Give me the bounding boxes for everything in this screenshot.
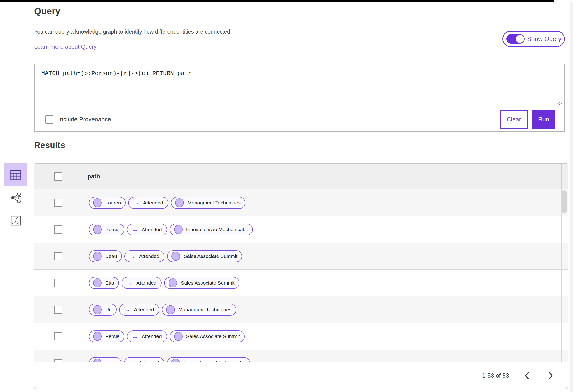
edge-pill[interactable]: → Attended <box>127 330 167 342</box>
source-node-pill[interactable]: Beau <box>89 250 122 262</box>
chart-view-button[interactable] <box>4 209 27 232</box>
page-top-border <box>0 0 554 2</box>
path-column-header: path <box>87 173 100 180</box>
page-description: You can query a knowledge graph to ident… <box>34 29 232 35</box>
edge-label: Attended <box>134 307 154 313</box>
query-input[interactable]: MATCH path=(p:Person)-[r]->(e) RETURN pa… <box>35 64 564 107</box>
edge-label: Attended <box>139 253 159 259</box>
row-checkbox[interactable] <box>54 306 62 314</box>
node-icon <box>93 278 102 288</box>
edge-label: Attended <box>139 360 159 362</box>
node-icon <box>175 198 184 207</box>
node-icon <box>93 358 102 362</box>
table-scrollbar-thumb[interactable] <box>562 190 567 213</box>
table-row: Larry → Attended Innovations in Mechanic… <box>34 350 568 362</box>
table-row: Beau → Attended Sales Associate Summit <box>34 243 568 270</box>
arrow-right-icon: → <box>132 227 138 232</box>
target-node-pill[interactable]: Innovations in Mechanical... <box>167 357 250 362</box>
target-node-pill[interactable]: Sales Associate Summit <box>167 250 242 262</box>
source-node-pill[interactable]: Persie <box>89 330 125 342</box>
source-node-pill[interactable]: Larry <box>89 357 122 362</box>
target-node-label: Innovations in Mechanical... <box>186 227 248 232</box>
table-row: Persie → Attended Sales Associate Summit <box>34 323 568 350</box>
pagination-bar: 1-53 of 53 <box>34 362 568 389</box>
target-node-pill[interactable]: Sales Associate Summit <box>164 277 239 289</box>
learn-more-link[interactable]: Learn more about Query <box>34 43 96 50</box>
row-checkbox[interactable] <box>54 359 62 362</box>
scrollbar-cell <box>561 296 568 323</box>
table-icon <box>10 170 21 180</box>
source-node-pill[interactable]: Etta <box>89 277 119 289</box>
source-node-label: Beau <box>105 253 117 259</box>
table-row: Etta → Attended Sales Associate Summit <box>34 270 568 296</box>
toggle-knob <box>516 35 524 43</box>
table-body: Lauren → Attended Managment Techniques P… <box>34 189 568 362</box>
edge-label: Attended <box>143 200 163 206</box>
row-checkbox[interactable] <box>54 199 62 207</box>
source-node-pill[interactable]: Lauren <box>89 197 125 209</box>
row-checkbox[interactable] <box>54 332 62 341</box>
target-node-pill[interactable]: Innovations in Mechanical... <box>170 223 253 236</box>
table-view-button[interactable] <box>4 163 27 186</box>
target-node-pill[interactable]: Managment Techniques <box>171 197 245 209</box>
chevron-left-icon <box>524 372 529 380</box>
edge-pill[interactable]: → Attended <box>125 250 164 262</box>
row-checkbox[interactable] <box>54 252 62 260</box>
show-query-label: Show Query <box>527 35 561 43</box>
scrollbar-header-cell <box>561 164 568 189</box>
table-row: Uri → Attended Managment Techniques <box>34 296 568 323</box>
source-node-pill[interactable]: Uri <box>89 304 117 316</box>
target-node-pill[interactable]: Managment Techniques <box>162 304 236 316</box>
include-provenance-label: Include Provenance <box>58 116 111 123</box>
select-all-checkbox[interactable] <box>54 172 62 181</box>
node-icon <box>93 252 102 261</box>
results-title: Results <box>34 140 65 150</box>
query-panel-footer: Include Provenance Clear Run <box>35 107 564 132</box>
target-node-label: Managment Techniques <box>187 200 241 206</box>
node-icon <box>169 278 177 288</box>
window-scrollbar[interactable] <box>570 2 573 392</box>
run-button[interactable]: Run <box>532 110 555 129</box>
arrow-right-icon: → <box>125 307 130 313</box>
row-checkbox[interactable] <box>54 225 62 234</box>
node-icon <box>93 305 102 314</box>
node-icon <box>166 305 175 314</box>
previous-page-button[interactable] <box>520 369 534 383</box>
source-node-label: Persie <box>105 227 120 232</box>
source-node-pill[interactable]: Persie <box>89 223 125 236</box>
next-page-button[interactable] <box>544 369 558 383</box>
clear-button[interactable]: Clear <box>500 110 528 129</box>
graph-view-button[interactable] <box>4 186 27 209</box>
edge-pill[interactable]: → Attended <box>122 277 162 289</box>
toggle-on-icon <box>506 34 524 44</box>
query-panel: MATCH path=(p:Person)-[r]->(e) RETURN pa… <box>34 64 565 132</box>
node-icon <box>93 332 102 341</box>
arrow-right-icon: → <box>129 360 135 362</box>
source-node-label: Uri <box>105 307 112 313</box>
scrollbar-cell <box>561 323 568 350</box>
include-provenance-checkbox[interactable] <box>45 116 54 124</box>
results-table: path Lauren → Attended Managment Techniq… <box>34 163 568 389</box>
scrollbar-cell <box>561 270 568 296</box>
edge-pill[interactable]: → Attended <box>124 357 164 362</box>
source-node-label: Etta <box>105 280 114 286</box>
edge-label: Attended <box>142 227 162 232</box>
edge-pill[interactable]: → Attended <box>128 197 168 209</box>
resize-handle-icon[interactable] <box>556 101 563 106</box>
target-node-label: Sales Associate Summit <box>181 280 234 286</box>
arrow-right-icon: → <box>133 200 139 206</box>
arrow-right-icon: → <box>127 280 132 286</box>
node-icon <box>171 252 180 261</box>
row-checkbox[interactable] <box>54 279 62 287</box>
target-node-pill[interactable]: Sales Associate Summit <box>170 330 245 342</box>
target-node-label: Sales Associate Summit <box>186 334 240 339</box>
edge-pill[interactable]: → Attended <box>127 223 167 236</box>
edge-label: Attended <box>136 280 156 286</box>
page-title: Query <box>34 6 60 17</box>
edge-pill[interactable]: → Attended <box>119 304 159 316</box>
node-icon <box>174 332 183 341</box>
table-row: Lauren → Attended Managment Techniques <box>34 189 568 216</box>
scrollbar-cell <box>561 216 568 243</box>
show-query-toggle[interactable]: Show Query <box>502 31 565 47</box>
node-icon <box>93 225 102 234</box>
